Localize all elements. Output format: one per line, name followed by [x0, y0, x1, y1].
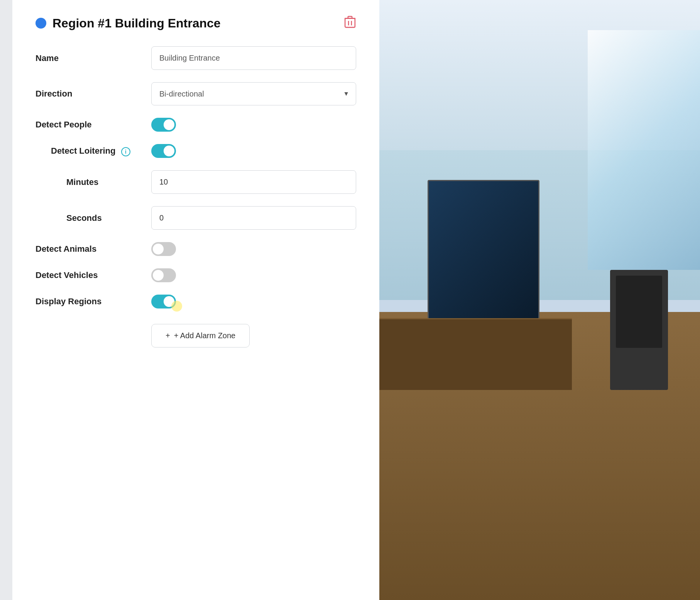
sidebar: [0, 0, 12, 600]
direction-control: Bi-directional Entering Exiting ▼: [151, 82, 356, 105]
display-regions-control: [151, 295, 356, 308]
detect-animals-row: Detect Animals: [36, 242, 356, 256]
delete-button[interactable]: [344, 15, 356, 31]
detect-loitering-label: Detect Loitering: [51, 146, 115, 156]
camera-window-reflection: [588, 30, 700, 270]
detect-vehicles-control: [151, 268, 356, 282]
minutes-label: Minutes: [36, 177, 151, 187]
name-input[interactable]: [151, 46, 356, 70]
seconds-input[interactable]: [151, 206, 356, 230]
detect-vehicles-row: Detect Vehicles: [36, 268, 356, 282]
detect-people-row: Detect People: [36, 118, 356, 132]
svg-rect-2: [348, 17, 352, 19]
detect-people-control: [151, 118, 356, 132]
direction-select-wrap: Bi-directional Entering Exiting ▼: [151, 82, 356, 105]
region-title: Region #1 Building Entrance: [52, 16, 221, 31]
detect-loitering-slider: [151, 144, 176, 158]
detect-vehicles-slider: [151, 268, 176, 282]
minutes-row: Minutes: [36, 170, 356, 194]
camera-scene: [379, 0, 700, 600]
detect-loitering-toggle[interactable]: [151, 144, 176, 158]
detect-animals-control: [151, 242, 356, 256]
camera-panel: [379, 0, 700, 600]
minutes-input[interactable]: [151, 170, 356, 194]
display-regions-slider: [151, 295, 176, 308]
seconds-row: Seconds: [36, 206, 356, 230]
detect-people-slider: [151, 118, 176, 132]
name-label: Name: [36, 53, 151, 63]
detect-vehicles-label: Detect Vehicles: [36, 270, 151, 280]
camera-monitor-screen: [429, 181, 539, 332]
direction-label: Direction: [36, 89, 151, 99]
add-alarm-button[interactable]: + + Add Alarm Zone: [151, 324, 250, 347]
camera-phone: [610, 270, 668, 390]
detect-people-label: Detect People: [36, 120, 151, 130]
region-title-group: Region #1 Building Entrance: [36, 16, 221, 31]
svg-rect-0: [345, 19, 355, 27]
detect-animals-label: Detect Animals: [36, 244, 151, 254]
region-dot: [36, 18, 46, 29]
name-row: Name: [36, 46, 356, 70]
add-alarm-row: + + Add Alarm Zone: [36, 321, 356, 347]
region-header: Region #1 Building Entrance: [36, 15, 356, 31]
seconds-control: [151, 206, 356, 230]
seconds-label: Seconds: [36, 213, 151, 223]
display-regions-row: Display Regions: [36, 295, 356, 308]
direction-row: Direction Bi-directional Entering Exitin…: [36, 82, 356, 105]
name-control: [151, 46, 356, 70]
minutes-control: [151, 170, 356, 194]
detect-people-toggle[interactable]: [151, 118, 176, 132]
camera-counter: [379, 318, 572, 390]
detect-animals-slider: [151, 242, 176, 256]
detect-vehicles-toggle[interactable]: [151, 268, 176, 282]
phone-handset: [616, 276, 662, 347]
add-alarm-label: + Add Alarm Zone: [174, 331, 236, 340]
direction-select[interactable]: Bi-directional Entering Exiting: [151, 82, 356, 105]
detect-loitering-label-wrap: Detect Loitering i: [36, 146, 151, 156]
display-regions-toggle[interactable]: [151, 295, 176, 308]
loitering-info-icon[interactable]: i: [121, 147, 130, 156]
main-panel: Region #1 Building Entrance Name Directi…: [12, 0, 379, 600]
display-regions-label: Display Regions: [36, 297, 151, 307]
plus-icon: +: [166, 331, 170, 340]
detect-loitering-row: Detect Loitering i: [36, 144, 356, 158]
detect-animals-toggle[interactable]: [151, 242, 176, 256]
detect-loitering-control: [151, 144, 356, 158]
